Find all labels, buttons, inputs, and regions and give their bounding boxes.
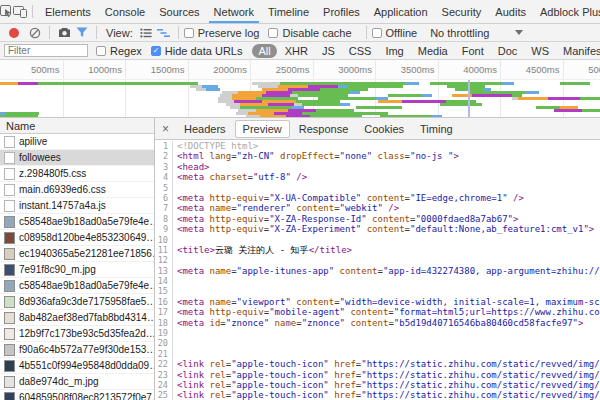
code-text: <link rel="apple-touch-icon" href="https… bbox=[173, 380, 600, 390]
close-icon[interactable]: × bbox=[155, 122, 176, 136]
request-row[interactable]: main.d6939ed6.css bbox=[0, 182, 154, 198]
request-row[interactable]: f90a6c4b572a77e9f30de153… bbox=[0, 342, 154, 358]
tab-sources[interactable]: Sources bbox=[152, 0, 206, 23]
gridline bbox=[188, 80, 189, 117]
request-row[interactable]: ec1940365a5e21281ee71856… bbox=[0, 246, 154, 262]
filter-pill-manifest[interactable]: Manifest bbox=[557, 44, 600, 58]
request-row[interactable]: c08958d120be4e853230649… bbox=[0, 230, 154, 246]
regex-checkbox[interactable]: Regex bbox=[96, 45, 142, 57]
request-row[interactable]: 8ab482aef38ed7fab8bd4314… bbox=[0, 310, 154, 326]
code-line: 11<title>云璐 关注的人 - 知乎</title> bbox=[155, 245, 600, 255]
code-token: http-equiv bbox=[204, 214, 264, 224]
request-row[interactable]: 12b9f7c173be93c5d35fea2d… bbox=[0, 326, 154, 342]
inspect-element-icon[interactable] bbox=[0, 1, 13, 23]
request-name: c58548ae9b18ad0a5e79fe4e… bbox=[19, 280, 154, 291]
detail-tab-timing[interactable]: Timing bbox=[413, 121, 460, 137]
request-row[interactable]: 4b551c0f994e95848d0dda09… bbox=[0, 358, 154, 374]
filter-pill-doc[interactable]: Doc bbox=[492, 44, 524, 58]
detail-tab-headers[interactable]: Headers bbox=[177, 121, 233, 137]
tab-elements[interactable]: Elements bbox=[38, 0, 98, 23]
checkbox-icon[interactable] bbox=[268, 28, 278, 38]
waterfall-segment bbox=[196, 88, 206, 91]
filter-pill-media[interactable]: Media bbox=[412, 44, 454, 58]
tab-timeline[interactable]: Timeline bbox=[261, 0, 316, 23]
code-token: > bbox=[589, 224, 594, 234]
tab-application[interactable]: Application bbox=[367, 0, 435, 23]
view-label: View: bbox=[106, 27, 133, 39]
tab-profiles[interactable]: Profiles bbox=[316, 0, 367, 23]
image-file-icon bbox=[4, 216, 15, 228]
filter-input[interactable] bbox=[4, 44, 88, 57]
tab-console[interactable]: Console bbox=[98, 0, 152, 23]
preserve-log-label: Preserve log bbox=[198, 27, 260, 39]
code-token: charset bbox=[204, 172, 247, 182]
code-token: <head> bbox=[177, 162, 210, 172]
request-row[interactable]: 604859508f08ec8213572f0e7… bbox=[0, 390, 154, 400]
waterfall-bar bbox=[196, 88, 220, 91]
filter-pill-img[interactable]: Img bbox=[379, 44, 409, 58]
checkbox-icon[interactable] bbox=[184, 28, 194, 38]
checkbox-icon[interactable] bbox=[151, 46, 161, 56]
filter-pill-css[interactable]: CSS bbox=[343, 44, 378, 58]
device-toolbar-icon[interactable] bbox=[13, 1, 27, 23]
tab-network[interactable]: Network bbox=[207, 0, 261, 23]
filter-pill-all[interactable]: All bbox=[252, 44, 276, 58]
name-column-header[interactable]: Name bbox=[0, 118, 154, 134]
offline-label: Offline bbox=[386, 27, 418, 39]
view-list-icon[interactable] bbox=[137, 25, 155, 41]
tab-security[interactable]: Security bbox=[435, 0, 489, 23]
filter-pill-ws[interactable]: WS bbox=[525, 44, 555, 58]
detail-tab-preview[interactable]: Preview bbox=[235, 120, 290, 138]
clear-icon[interactable] bbox=[26, 25, 44, 41]
code-token: <meta bbox=[177, 266, 204, 276]
request-name: ec1940365a5e21281ee71856… bbox=[19, 248, 154, 259]
waterfall-segment bbox=[554, 109, 582, 112]
preserve-log-checkbox[interactable]: Preserve log bbox=[184, 27, 260, 39]
code-token: <!DOCTYPE html> bbox=[177, 141, 258, 151]
screenshot-camera-icon[interactable] bbox=[55, 25, 73, 41]
filter-funnel-icon[interactable] bbox=[73, 25, 91, 41]
waterfall-segment bbox=[0, 82, 18, 85]
request-row[interactable]: apilive bbox=[0, 134, 154, 150]
waterfall-overview[interactable] bbox=[0, 80, 600, 118]
request-row[interactable]: c58548ae9b18ad0a5e79fe4e… bbox=[0, 278, 154, 294]
offline-checkbox[interactable]: Offline bbox=[372, 27, 418, 39]
request-row[interactable]: z.298480f5.css bbox=[0, 166, 154, 182]
gridline bbox=[375, 60, 376, 79]
request-name: c58548ae9b18ad0a5e79fe4e… bbox=[19, 216, 154, 227]
request-row[interactable]: da8e974dc_m.jpg bbox=[0, 374, 154, 390]
hide-data-urls-label: Hide data URLs bbox=[165, 45, 243, 57]
filter-pill-font[interactable]: Font bbox=[456, 44, 490, 58]
line-number: 6 bbox=[155, 193, 173, 203]
request-row[interactable]: c58548ae9b18ad0a5e79fe4e… bbox=[0, 214, 154, 230]
detail-tab-response[interactable]: Response bbox=[292, 121, 356, 137]
disable-cache-checkbox[interactable]: Disable cache bbox=[268, 27, 351, 39]
code-token: <link bbox=[177, 370, 204, 380]
code-line: 21 bbox=[155, 349, 600, 359]
line-number: 11 bbox=[155, 245, 173, 255]
code-line: 8<meta http-equiv="X-ZA-Response-Id" con… bbox=[155, 214, 600, 224]
tab-adblock-plus[interactable]: Adblock Plus bbox=[533, 0, 600, 23]
filter-pill-js[interactable]: JS bbox=[316, 44, 341, 58]
request-row[interactable]: instant.14757a4a.js bbox=[0, 198, 154, 214]
gridline bbox=[63, 60, 64, 79]
divider bbox=[366, 26, 367, 39]
code-token: "no-js " bbox=[410, 151, 453, 161]
record-button[interactable] bbox=[9, 28, 19, 38]
request-row[interactable]: 8d936afa9c3de7175958fae5… bbox=[0, 294, 154, 310]
request-row[interactable]: followees bbox=[0, 150, 154, 166]
document-file-icon bbox=[4, 152, 15, 164]
detail-tab-cookies[interactable]: Cookies bbox=[357, 121, 411, 137]
gridline bbox=[563, 60, 564, 79]
line-number: 18 bbox=[155, 318, 173, 328]
checkbox-icon[interactable] bbox=[96, 46, 106, 56]
hide-data-urls-checkbox[interactable]: Hide data URLs bbox=[151, 45, 243, 57]
request-name: 7e91f8c90_m.jpg bbox=[19, 264, 96, 275]
tab-audits[interactable]: Audits bbox=[488, 0, 533, 23]
request-name: followees bbox=[19, 152, 61, 163]
request-row[interactable]: 7e91f8c90_m.jpg bbox=[0, 262, 154, 278]
view-waterfall-icon[interactable] bbox=[155, 25, 173, 41]
checkbox-icon[interactable] bbox=[372, 28, 382, 38]
throttling-select[interactable]: No throttling bbox=[430, 27, 489, 39]
filter-pill-xhr[interactable]: XHR bbox=[279, 44, 314, 58]
